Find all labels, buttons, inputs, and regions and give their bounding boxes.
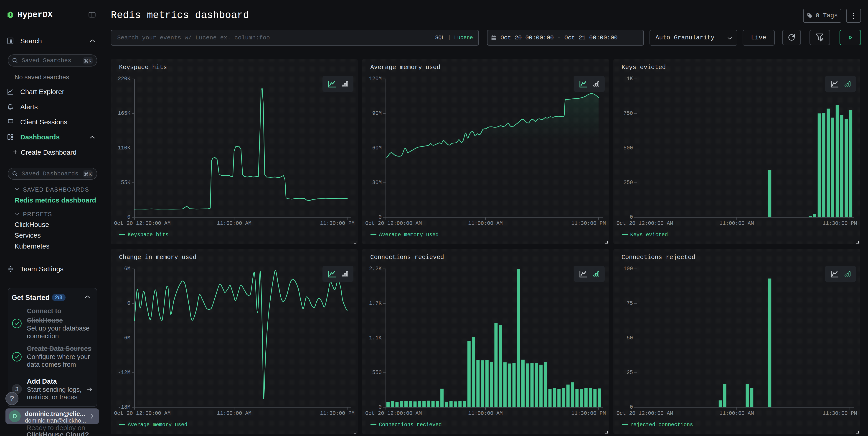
- svg-text:55K: 55K: [121, 180, 131, 186]
- svg-text:0: 0: [630, 404, 633, 410]
- svg-text:11:30:00 PM: 11:30:00 PM: [571, 410, 606, 416]
- svg-text:Average memory used: Average memory used: [379, 232, 439, 238]
- svg-text:1K: 1K: [626, 76, 633, 82]
- svg-text:30M: 30M: [372, 180, 382, 186]
- svg-text:11:00:00 AM: 11:00:00 AM: [468, 410, 503, 416]
- svg-text:0: 0: [127, 214, 130, 220]
- svg-text:11:30:00 PM: 11:30:00 PM: [823, 410, 857, 416]
- svg-text:-18M: -18M: [118, 404, 130, 410]
- svg-text:0: 0: [127, 300, 130, 307]
- svg-text:120M: 120M: [369, 76, 382, 82]
- svg-text:11:00:00 AM: 11:00:00 AM: [719, 410, 754, 416]
- svg-text:Oct 20 12:00:00 AM: Oct 20 12:00:00 AM: [617, 221, 673, 226]
- svg-text:60M: 60M: [372, 145, 382, 151]
- svg-text:rejected connections: rejected connections: [630, 422, 693, 428]
- svg-text:110K: 110K: [118, 145, 130, 151]
- svg-text:Keys evicted: Keys evicted: [630, 232, 668, 238]
- svg-text:11:00:00 AM: 11:00:00 AM: [719, 221, 754, 226]
- svg-text:6M: 6M: [124, 266, 130, 272]
- svg-text:0: 0: [378, 404, 382, 410]
- svg-text:220K: 220K: [118, 76, 130, 82]
- svg-text:Oct 20 12:00:00 AM: Oct 20 12:00:00 AM: [114, 221, 170, 226]
- svg-text:Oct 20 12:00:00 AM: Oct 20 12:00:00 AM: [365, 221, 422, 226]
- svg-text:-6M: -6M: [121, 335, 130, 341]
- svg-text:11:30:00 PM: 11:30:00 PM: [320, 410, 354, 416]
- svg-text:11:00:00 AM: 11:00:00 AM: [217, 410, 251, 416]
- svg-text:250: 250: [624, 180, 633, 186]
- svg-text:2.2K: 2.2K: [369, 266, 382, 272]
- svg-text:11:00:00 AM: 11:00:00 AM: [217, 221, 251, 226]
- svg-text:11:00:00 AM: 11:00:00 AM: [468, 221, 503, 226]
- svg-text:50: 50: [626, 335, 633, 341]
- svg-text:Oct 20 12:00:00 AM: Oct 20 12:00:00 AM: [365, 410, 422, 416]
- svg-text:75: 75: [626, 300, 633, 307]
- svg-text:550: 550: [372, 370, 382, 376]
- svg-text:Average memory used: Average memory used: [128, 422, 187, 428]
- svg-text:750: 750: [624, 111, 633, 116]
- svg-text:Oct 20 12:00:00 AM: Oct 20 12:00:00 AM: [617, 410, 673, 416]
- svg-text:0: 0: [378, 214, 382, 220]
- svg-text:500: 500: [624, 145, 633, 151]
- svg-text:1.1K: 1.1K: [369, 335, 382, 341]
- svg-text:25: 25: [626, 370, 633, 376]
- svg-text:100: 100: [624, 266, 633, 272]
- svg-text:0: 0: [630, 214, 633, 220]
- svg-text:Oct 20 12:00:00 AM: Oct 20 12:00:00 AM: [114, 410, 170, 416]
- svg-text:11:30:00 PM: 11:30:00 PM: [823, 221, 857, 226]
- svg-text:-12M: -12M: [118, 370, 130, 376]
- svg-text:Connections recieved: Connections recieved: [379, 422, 442, 428]
- svg-text:Keyspace hits: Keyspace hits: [128, 232, 168, 238]
- svg-text:1.7K: 1.7K: [369, 300, 382, 307]
- svg-text:90M: 90M: [372, 111, 382, 116]
- svg-text:11:30:00 PM: 11:30:00 PM: [571, 221, 606, 226]
- svg-text:165K: 165K: [118, 111, 130, 116]
- svg-text:11:30:00 PM: 11:30:00 PM: [320, 221, 354, 226]
